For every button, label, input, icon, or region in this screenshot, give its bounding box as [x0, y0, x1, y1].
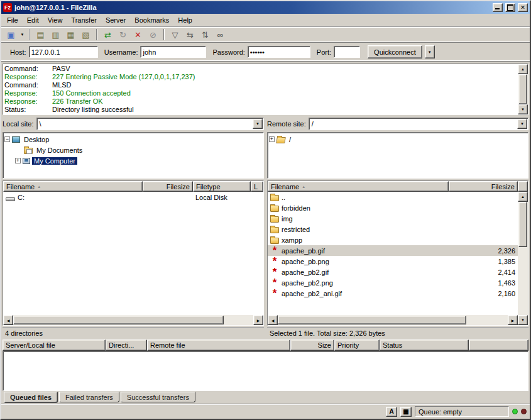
file-row[interactable]: apache_pb.png 1,385 — [268, 256, 518, 267]
column-filename[interactable]: Filename — [3, 181, 143, 192]
local-horizontal-scrollbar[interactable] — [3, 315, 263, 325]
close-button[interactable] — [518, 3, 528, 12]
local-site-combobox[interactable]: \ — [36, 118, 264, 130]
username-input[interactable] — [140, 46, 206, 58]
file-row[interactable]: apache_pb2.png 1,463 — [268, 277, 518, 288]
file-row-selected[interactable]: apache_pb.gif 2,326 — [268, 245, 518, 256]
toggle-message-log-button[interactable]: ▤ — [33, 28, 48, 41]
menu-file[interactable]: File — [3, 15, 23, 25]
scroll-left-button[interactable] — [3, 315, 13, 325]
file-row[interactable]: restricted — [268, 224, 518, 235]
collapse-icon[interactable] — [4, 136, 10, 142]
menu-bookmarks[interactable]: Bookmarks — [130, 15, 173, 25]
scroll-thumb[interactable] — [518, 202, 527, 247]
username-label: Username: — [104, 48, 138, 56]
file-row[interactable]: apache_pb2.gif 2,414 — [268, 267, 518, 277]
column-filename[interactable]: Filename — [268, 181, 449, 192]
remote-site-combobox[interactable]: / — [309, 118, 528, 130]
log-line: Response:227 Entering Passive Mode (127,… — [4, 73, 517, 81]
chevron-down-icon[interactable] — [517, 119, 527, 129]
scroll-right-button[interactable] — [253, 315, 263, 325]
local-list-header: Filename Filesize Filetype L — [3, 181, 263, 192]
quickconnect-button[interactable]: Quickconnect — [368, 45, 422, 58]
tree-item-my-computer[interactable]: My Computer — [4, 155, 262, 166]
remote-status-text: Selected 1 file. Total size: 2,326 bytes — [267, 327, 528, 338]
scroll-thumb[interactable] — [518, 74, 527, 104]
toggle-queue-button[interactable]: ▧ — [79, 28, 93, 41]
column-server-local-file[interactable]: Server/Local file — [3, 340, 106, 351]
file-row[interactable]: img — [268, 213, 518, 224]
quickconnect-dropdown[interactable] — [425, 45, 435, 58]
port-input[interactable] — [334, 46, 360, 58]
filter-button[interactable]: ▽ — [168, 28, 182, 41]
column-filetype[interactable]: Filetype — [193, 181, 251, 192]
expand-icon[interactable] — [269, 136, 275, 142]
minimize-button[interactable] — [493, 3, 503, 12]
column-filesize[interactable]: Filesize — [143, 181, 193, 192]
transfer-type-indicator-icon[interactable]: A — [386, 407, 397, 417]
file-row[interactable]: apache_pb2_ani.gif 2,160 — [268, 288, 518, 299]
scroll-left-button[interactable] — [268, 315, 278, 325]
find-button[interactable]: ∞ — [213, 28, 227, 41]
scroll-down-button[interactable] — [518, 104, 528, 114]
scroll-up-button[interactable] — [518, 64, 528, 74]
column-filesize[interactable]: Filesize — [449, 181, 518, 192]
menu-server[interactable]: Server — [101, 15, 130, 25]
log-type: Command: — [4, 65, 52, 73]
compare-button[interactable]: ⇆ — [183, 28, 197, 41]
column-status[interactable]: Status — [380, 340, 469, 351]
scroll-down-button[interactable] — [518, 315, 528, 325]
process-queue-button[interactable]: ↻ — [116, 28, 130, 41]
tab-successful-transfers[interactable]: Successful transfers — [121, 392, 195, 402]
column-priority[interactable]: Priority — [334, 340, 380, 351]
remote-vertical-scrollbar[interactable] — [518, 192, 528, 325]
menu-edit[interactable]: Edit — [23, 15, 43, 25]
log-scrollbar[interactable] — [518, 64, 528, 114]
remote-horizontal-scrollbar[interactable] — [268, 315, 518, 325]
desktop-icon — [12, 136, 20, 143]
tab-failed-transfers[interactable]: Failed transfers — [59, 392, 119, 402]
disconnect-button[interactable]: ⊘ — [146, 28, 160, 41]
menu-transfer[interactable]: Transfer — [67, 15, 101, 25]
file-row[interactable]: .. — [268, 192, 518, 202]
sync-browsing-button[interactable]: ⇅ — [198, 28, 212, 41]
host-input[interactable] — [29, 46, 98, 58]
log-message: PASV — [52, 65, 70, 73]
chevron-down-icon[interactable] — [253, 119, 263, 129]
tree-item-my-documents[interactable]: My Documents — [4, 145, 262, 155]
remote-panel: Remote site: / / Filename Filesize — [267, 118, 528, 338]
expand-icon[interactable] — [15, 158, 21, 163]
scroll-right-button[interactable] — [508, 315, 518, 325]
title-bar[interactable]: Fz john@127.0.0.1 - FileZilla — [1, 1, 530, 14]
column-direction[interactable]: Directi... — [106, 340, 147, 351]
remote-site-value: / — [309, 120, 517, 128]
password-input[interactable] — [248, 46, 310, 58]
file-row[interactable]: xampp — [268, 235, 518, 245]
file-row[interactable]: forbidden — [268, 202, 518, 213]
column-last-modified[interactable]: L — [251, 181, 263, 192]
file-row[interactable]: C: Local Disk — [3, 192, 263, 202]
abort-button[interactable]: ✕ — [131, 28, 145, 41]
refresh-button[interactable]: ⇄ — [101, 28, 115, 41]
log-message: MLSD — [52, 81, 72, 89]
maximize-button[interactable] — [505, 3, 515, 12]
toggle-local-tree-button[interactable]: ▥ — [48, 28, 63, 41]
scroll-thumb[interactable] — [278, 316, 466, 324]
site-manager-button[interactable]: ▣ — [4, 28, 18, 41]
scroll-thumb[interactable] — [13, 316, 224, 324]
column-remote-file[interactable]: Remote file — [147, 340, 290, 351]
menu-view[interactable]: View — [43, 15, 67, 25]
toggle-remote-tree-button[interactable]: ▦ — [63, 28, 78, 41]
tab-queued-files[interactable]: Queued files — [4, 392, 58, 403]
send-activity-led — [521, 409, 527, 414]
tree-item-root[interactable]: / — [269, 134, 527, 145]
queue-list-body[interactable] — [3, 351, 528, 391]
host-label: Host: — [10, 48, 26, 56]
site-manager-dropdown[interactable] — [19, 28, 26, 41]
column-size[interactable]: Size — [290, 340, 334, 351]
remote-tree-icon: ▦ — [67, 30, 74, 40]
speed-limits-indicator-icon[interactable]: ▦ — [400, 407, 412, 417]
tree-item-desktop[interactable]: Desktop — [4, 134, 262, 145]
menu-help[interactable]: Help — [173, 15, 197, 25]
scroll-up-button[interactable] — [518, 192, 528, 202]
